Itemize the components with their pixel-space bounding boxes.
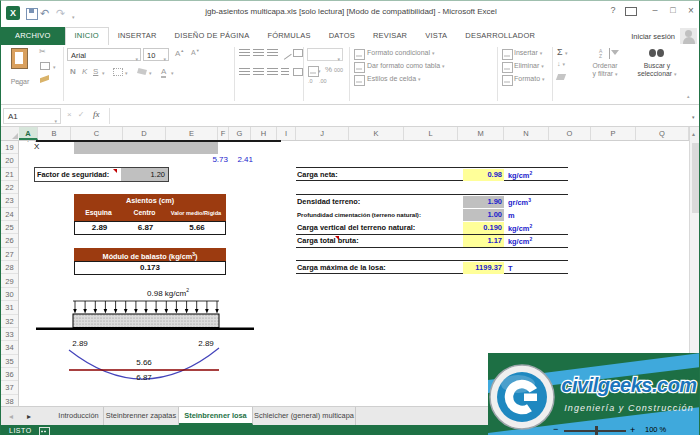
ribbon-tab-datos[interactable]: DATOS [320, 27, 364, 45]
row-header-28[interactable]: 28 [1, 261, 18, 274]
insert-cells-button[interactable]: Insertar ▾ [514, 49, 542, 56]
ribbon-tab-inicio[interactable]: INICIO [65, 27, 109, 45]
column-header-c[interactable]: C [71, 127, 123, 140]
foundation-depth-value[interactable]: 1.00 [463, 209, 504, 221]
copy-icon[interactable] [40, 62, 50, 70]
close-icon[interactable]: × [683, 5, 699, 16]
decrease-decimal-icon[interactable]: .00 [319, 78, 327, 84]
zoom-out-icon[interactable]: − [553, 424, 558, 434]
column-header-o[interactable]: O [549, 127, 591, 140]
wrap-text-icon[interactable] [293, 49, 303, 57]
gray-band[interactable] [74, 142, 218, 154]
ribbon-tab-desarrollador[interactable]: DESARROLLADOR [456, 27, 544, 45]
conditional-format-button[interactable]: Formato condicional ▾ [367, 49, 435, 56]
paste-button[interactable]: Pegar ▾ [7, 48, 33, 86]
font-name-select[interactable]: Arial▾ [67, 48, 141, 61]
sheet-tab-schleicher-general-multicapa[interactable]: Schleicher (general) multicapa [253, 407, 356, 425]
zoom-in-icon[interactable]: + [630, 425, 635, 435]
safety-factor-value[interactable]: 1.20 [121, 168, 168, 181]
cut-icon[interactable]: ✂ [39, 47, 46, 56]
fill-button[interactable]: ↓ ▾ [557, 60, 565, 67]
column-header-n[interactable]: N [504, 127, 549, 140]
row-header-21[interactable]: 21 [1, 168, 18, 181]
row-header-33[interactable]: 33 [1, 328, 18, 341]
number-format-select[interactable]: ▾ [307, 48, 343, 61]
align-center-icon[interactable] [253, 68, 264, 76]
collapse-ribbon-icon[interactable]: ▴ [687, 93, 690, 99]
row-header-35[interactable]: 35 [1, 355, 18, 368]
paste-dropdown-icon[interactable]: ▾ [18, 80, 21, 86]
percent-style-icon[interactable]: % [325, 65, 332, 74]
row-header-30[interactable]: 30 [1, 288, 18, 301]
row-header-24[interactable]: 24 [1, 208, 18, 221]
autosum-button[interactable]: Σ ▾ [557, 47, 568, 57]
ribbon-tab-insertar[interactable]: INSERTAR [109, 27, 166, 45]
align-middle-icon[interactable] [253, 49, 264, 57]
column-header-i[interactable]: I [277, 127, 296, 140]
cell-value-573[interactable]: 5.73 [201, 155, 228, 164]
ballast-module-value[interactable]: 0.173 [74, 261, 226, 275]
column-header-l[interactable]: L [404, 127, 458, 140]
max-slab-load-value[interactable]: 1199.37 [463, 262, 504, 274]
settlements-table-values[interactable]: 2.89 6.87 5.66 [74, 221, 226, 235]
accounting-dropdown-icon[interactable]: ▾ [318, 68, 321, 74]
ribbon-tab-vista[interactable]: VISTA [416, 27, 456, 45]
indent-icon[interactable] [281, 68, 289, 76]
redo-icon[interactable]: ↷ [56, 6, 65, 21]
row-header-37[interactable]: 37 [1, 381, 18, 394]
fill-color-dropdown-icon[interactable]: ▾ [149, 70, 152, 76]
increase-decimal-icon[interactable]: .0 [308, 78, 313, 84]
clear-button-icon[interactable] [556, 74, 566, 80]
gross-load-value[interactable]: 1.17 [463, 235, 504, 247]
ribbon-tab-revisar[interactable]: REVISAR [364, 27, 416, 45]
net-load-value[interactable]: 0.98 [463, 169, 504, 181]
column-header-h[interactable]: H [251, 127, 277, 140]
align-right-icon[interactable] [267, 68, 278, 76]
ribbon-tab-f-rmulas[interactable]: FÓRMULAS [258, 27, 319, 45]
column-header-p[interactable]: P [591, 127, 636, 140]
maximize-icon[interactable]: □ [665, 5, 681, 15]
formula-cancel-enter[interactable]: ×✓ [67, 110, 90, 119]
row-header-27[interactable]: 27 [1, 248, 18, 261]
font-color-dropdown-icon[interactable]: ▾ [171, 70, 174, 76]
column-header-j[interactable]: J [296, 127, 349, 140]
comma-style-icon[interactable]: 000 [334, 67, 343, 73]
row-header-22[interactable]: 22 [1, 181, 18, 194]
borders-icon[interactable] [113, 68, 123, 76]
help-icon[interactable]: ? [605, 5, 621, 15]
select-all-corner[interactable] [1, 127, 20, 140]
sheet-tab-introducci-n[interactable]: Introducción [54, 407, 104, 425]
column-header-g[interactable]: G [229, 127, 251, 140]
fx-icon[interactable]: fx [93, 109, 100, 119]
copy-dropdown-icon[interactable]: ▾ [53, 64, 56, 70]
minimize-icon[interactable]: – [647, 5, 663, 15]
name-box[interactable]: A1▾ [3, 108, 61, 124]
row-header-29[interactable]: 29 [1, 275, 18, 288]
underline-button[interactable]: S [93, 67, 98, 76]
sheet-tab-steinbrenner-zapatas[interactable]: Steinbrenner zapatas [104, 407, 179, 425]
row-header-25[interactable]: 25 [1, 221, 18, 234]
format-as-table-button[interactable]: Dar formato como tabla ▾ [367, 62, 445, 69]
undo-icon[interactable]: ↶ [40, 6, 49, 21]
font-size-select[interactable]: 10▾ [143, 48, 169, 61]
cell-styles-button[interactable]: Estilos de celda ▾ [367, 75, 421, 82]
row-header-32[interactable]: 32 [1, 315, 18, 328]
column-header-a[interactable]: A [19, 127, 38, 140]
column-header-f[interactable]: F [218, 127, 229, 140]
row-header-23[interactable]: 23 [1, 194, 18, 207]
italic-button[interactable]: K [82, 67, 87, 76]
align-left-icon[interactable] [239, 68, 250, 76]
zoom-level[interactable]: 100 % [645, 425, 666, 434]
next-sheet-icon[interactable]: ▸ [27, 412, 31, 421]
cell-x-label[interactable]: X [34, 142, 39, 151]
align-bottom-icon[interactable] [267, 49, 278, 57]
vertical-load-value[interactable]: 0.190 [463, 222, 504, 234]
row-header-19[interactable]: 19 [1, 141, 18, 154]
excel-app-icon[interactable]: X [6, 6, 20, 20]
fill-color-icon[interactable] [137, 68, 147, 75]
avatar[interactable] [680, 28, 697, 44]
font-color-icon[interactable]: A [161, 67, 166, 78]
bold-button[interactable]: N [70, 67, 76, 76]
underline-dropdown-icon[interactable]: ▾ [102, 70, 105, 76]
align-top-icon[interactable] [239, 49, 250, 57]
